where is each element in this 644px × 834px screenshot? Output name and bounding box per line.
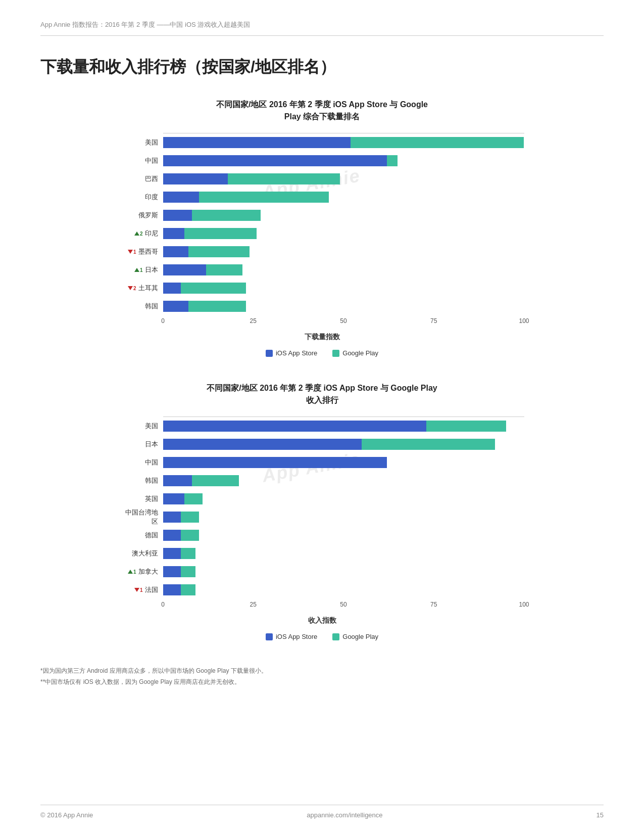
bars-container	[163, 155, 524, 166]
chart2-section: 不同国家/地区 2016 年第 2 季度 iOS App Store 与 Goo…	[40, 382, 604, 640]
ios-bar	[163, 530, 181, 541]
ios-bar	[163, 173, 228, 184]
bar-label: 韩国	[120, 302, 163, 311]
table-row: 巴西	[120, 172, 524, 186]
bar-label: 日本	[120, 440, 163, 449]
x-tick: 0	[161, 601, 165, 608]
bars-container	[163, 439, 524, 450]
page-container: App Annie 指数报告：2016 年第 2 季度 ——中国 iOS 游戏收…	[0, 0, 644, 834]
gp-bar	[351, 137, 524, 148]
bars-container	[163, 493, 524, 504]
table-row: 德国	[120, 528, 524, 542]
bar-label: 澳大利亚	[120, 549, 163, 558]
gp-bar	[181, 283, 246, 294]
gp-bar	[188, 301, 246, 312]
up-badge: 1	[128, 569, 136, 575]
page-title: 下载量和收入排行榜（按国家/地区排名）	[40, 56, 604, 78]
x-tick: 25	[250, 601, 257, 608]
bar-label: 德国	[120, 531, 163, 540]
triangle-down-icon	[134, 588, 139, 592]
down-badge: 2	[128, 286, 136, 291]
gp-bar	[387, 155, 398, 166]
up-badge: 2	[134, 231, 143, 237]
chart1-section: 不同国家/地区 2016 年第 2 季度 iOS App Store 与 Goo…	[40, 99, 604, 357]
gp-bar	[192, 475, 239, 486]
up-badge: 1	[134, 267, 143, 273]
bars-container	[163, 210, 524, 221]
bar-label: 美国	[120, 138, 163, 147]
ios-bar	[163, 283, 181, 294]
bars-container	[163, 228, 524, 239]
ios-bar	[163, 137, 351, 148]
down-badge: 1	[134, 587, 143, 593]
ios-bar	[163, 566, 181, 577]
chart2-xaxis: 0255075100	[163, 601, 524, 611]
table-row: 韩国	[120, 474, 524, 488]
gp-color	[332, 350, 339, 357]
header-text: App Annie 指数报告：2016 年第 2 季度 ——中国 iOS 游戏收…	[40, 20, 250, 29]
down-badge: 1	[128, 249, 136, 255]
gp-bar	[184, 228, 257, 239]
bars-container	[163, 548, 524, 559]
bar-label: 中国	[120, 156, 163, 165]
table-row: 中国台湾地区	[120, 510, 524, 524]
table-row: 中国	[120, 154, 524, 168]
gp-bar	[181, 566, 195, 577]
ios-bar	[163, 192, 200, 203]
ios-color2	[266, 633, 273, 640]
x-tick: 0	[161, 317, 165, 325]
table-row: 1法国	[120, 583, 524, 597]
chart1-bars: 美国中国巴西印度俄罗斯2印尼1墨西哥1日本2土耳其韩国	[120, 133, 524, 313]
ios-bar	[163, 439, 362, 450]
x-tick: 50	[340, 601, 346, 608]
bars-container	[163, 137, 524, 148]
bar-label: 巴西	[120, 174, 163, 183]
bar-label: 韩国	[120, 476, 163, 485]
chart2-title: 不同国家/地区 2016 年第 2 季度 iOS App Store 与 Goo…	[40, 382, 604, 406]
bar-label: 印度	[120, 193, 163, 202]
ios-bar	[163, 584, 181, 595]
chart1-area: App Annie 美国中国巴西印度俄罗斯2印尼1墨西哥1日本2土耳其韩国 02…	[120, 133, 524, 357]
gp-bar	[206, 264, 242, 275]
bar-label: 中国	[120, 458, 163, 467]
ios-bar	[163, 548, 181, 559]
chart2-legend-gp: Google Play	[332, 633, 378, 640]
bars-container	[163, 301, 524, 312]
bars-container	[163, 421, 524, 432]
x-tick: 100	[519, 317, 529, 325]
bars-container	[163, 530, 524, 541]
bars-container	[163, 566, 524, 577]
gp-bar	[181, 584, 195, 595]
gp-bar	[188, 246, 250, 257]
ios-bar	[163, 457, 387, 468]
chart2-legend: iOS App Store Google Play	[120, 633, 524, 640]
triangle-up-icon	[128, 570, 133, 574]
bar-label: 美国	[120, 422, 163, 431]
chart1-legend: iOS App Store Google Play	[120, 349, 524, 357]
triangle-up-icon	[134, 231, 139, 236]
triangle-down-icon	[128, 250, 133, 254]
x-tick: 25	[250, 317, 257, 325]
table-row: 1加拿大	[120, 565, 524, 579]
table-row: 美国	[120, 419, 524, 433]
bars-container	[163, 512, 524, 523]
bars-container	[163, 192, 524, 203]
chart2-xlabel: 收入指数	[120, 616, 524, 625]
table-row: 英国	[120, 492, 524, 506]
chart2-wrapper: App Annie 美国日本中国韩国英国中国台湾地区德国澳大利亚1加拿大1法国 …	[120, 416, 524, 640]
ios-bar	[163, 155, 387, 166]
gp-color2	[332, 633, 339, 640]
footer-bar: © 2016 App Annie appannie.com/intelligen…	[40, 805, 604, 819]
gp-bar	[181, 548, 195, 559]
bars-container	[163, 283, 524, 294]
chart2-bars: 美国日本中国韩国英国中国台湾地区德国澳大利亚1加拿大1法国	[120, 416, 524, 597]
chart1-legend-ios: iOS App Store	[266, 349, 317, 357]
gp-bar	[184, 493, 203, 504]
table-row: 澳大利亚	[120, 546, 524, 561]
bars-container	[163, 246, 524, 257]
footer-right: 15	[597, 811, 604, 819]
footer-left: © 2016 App Annie	[40, 811, 93, 819]
footnote2: **中国市场仅有 iOS 收入数据，因为 Google Play 应用商店在此并…	[40, 677, 604, 688]
chart1-xlabel: 下载量指数	[120, 333, 524, 342]
table-row: 1墨西哥	[120, 245, 524, 259]
